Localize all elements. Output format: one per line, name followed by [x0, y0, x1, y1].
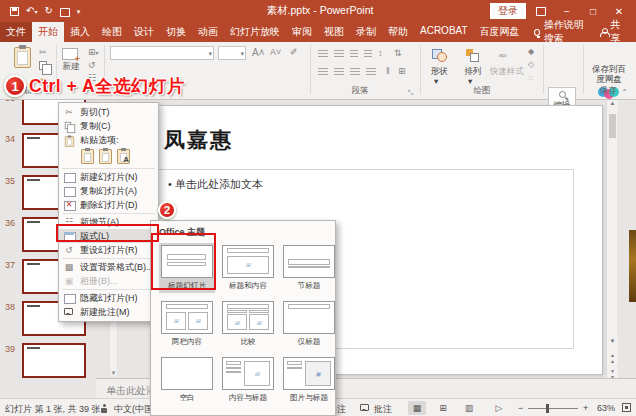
- maximize-button[interactable]: □: [582, 6, 604, 17]
- layout-blank[interactable]: 空白: [159, 355, 215, 405]
- ribbon-display-options-icon[interactable]: [530, 6, 552, 17]
- comments-toggle[interactable]: 批注: [374, 403, 392, 416]
- tab-design[interactable]: 设计: [128, 22, 160, 42]
- shape-effects-icon[interactable]: ◌: [528, 74, 533, 82]
- signin-button[interactable]: 登录: [490, 3, 526, 19]
- collapse-ribbon-icon[interactable]: ⌃: [621, 88, 628, 97]
- reading-view-icon[interactable]: ▥: [460, 401, 478, 415]
- close-button[interactable]: ✕: [608, 6, 630, 17]
- tab-baidu-netdisk[interactable]: 百度网盘: [474, 22, 526, 42]
- layout-section-header[interactable]: 节标题: [281, 243, 337, 293]
- smartart-icon[interactable]: ⊞: [398, 67, 406, 76]
- paste-text-only-icon[interactable]: A: [117, 149, 130, 164]
- layout-title-only[interactable]: 仅标题: [281, 299, 337, 349]
- touch-mode-icon[interactable]: [60, 8, 70, 17]
- zoom-level[interactable]: 63%: [597, 403, 615, 413]
- font-name-combo[interactable]: ▾: [110, 46, 214, 60]
- paste-keep-source-icon[interactable]: [81, 149, 94, 164]
- copy-icon[interactable]: [39, 61, 47, 70]
- tab-file[interactable]: 文件: [0, 22, 32, 42]
- tab-slideshow[interactable]: 幻灯片放映: [224, 22, 286, 42]
- arrange-label[interactable]: 排列: [458, 66, 488, 78]
- decrease-font-icon[interactable]: A˅: [270, 48, 281, 57]
- share-button[interactable]: 共享: [600, 22, 636, 42]
- zoom-out-icon[interactable]: −: [518, 403, 523, 413]
- save-icon[interactable]: [10, 7, 19, 16]
- reset-slide-icon[interactable]: ↺: [88, 61, 96, 70]
- layout-comparison[interactable]: ⊞⊞ 比较: [220, 299, 276, 349]
- tell-me-search[interactable]: 操作说明搜索: [526, 22, 600, 42]
- shapes-label[interactable]: 形状: [424, 66, 454, 78]
- paragraph-dialog-icon[interactable]: ⤡: [408, 89, 414, 96]
- columns-icon[interactable]: ‖: [386, 67, 390, 76]
- tab-home[interactable]: 开始: [32, 22, 64, 42]
- zoom-slider-thumb[interactable]: [546, 404, 549, 413]
- new-slide-label[interactable]: 新建: [58, 61, 84, 73]
- shape-fill-icon[interactable]: ◆: [528, 48, 534, 56]
- numbering-icon[interactable]: [334, 50, 344, 58]
- slide-layout-icon[interactable]: ⊞▾: [88, 48, 99, 57]
- tab-transitions[interactable]: 切换: [160, 22, 192, 42]
- font-size-combo[interactable]: ▾: [218, 46, 246, 60]
- redo-icon[interactable]: ↻: [44, 6, 52, 16]
- main-scrollbar-thumb[interactable]: [609, 114, 616, 138]
- slide-title[interactable]: 凤嘉惠: [164, 126, 233, 154]
- customize-qat-icon[interactable]: ▾: [77, 8, 81, 15]
- layout-content-caption[interactable]: ⊞ 内容与标题: [220, 355, 276, 405]
- menu-item-reset-slide[interactable]: ↺ 重设幻灯片(R): [59, 243, 158, 257]
- menu-item-duplicate-slide[interactable]: 复制幻灯片(A): [59, 184, 158, 198]
- align-left-icon[interactable]: [318, 68, 328, 76]
- menu-item-hide-slide[interactable]: 隐藏幻灯片(H): [59, 291, 158, 305]
- layout-title-content[interactable]: ⊞ 标题和内容: [220, 243, 276, 293]
- shapes-icon[interactable]: [432, 49, 445, 60]
- tab-review[interactable]: 审阅: [286, 22, 318, 42]
- align-center-icon[interactable]: [334, 68, 344, 76]
- zoom-in-icon[interactable]: +: [583, 403, 588, 413]
- slideshow-icon[interactable]: ▷: [490, 401, 508, 415]
- line-spacing-icon[interactable]: ↕: [378, 49, 383, 58]
- accessibility-icon[interactable]: [100, 404, 108, 413]
- cut-icon[interactable]: ✂: [39, 48, 47, 57]
- layout-picture-caption[interactable]: ▣ 图片与标题: [281, 355, 337, 405]
- slide-sorter-icon[interactable]: ⊞: [434, 401, 452, 415]
- tab-animations[interactable]: 动画: [192, 22, 224, 42]
- zoom-slider-track[interactable]: [528, 408, 578, 409]
- scroll-down-icon[interactable]: ▼: [110, 370, 117, 376]
- align-right-icon[interactable]: [350, 68, 360, 76]
- menu-item-new-comment[interactable]: 新建批注(M): [59, 305, 158, 319]
- menu-item-format-background[interactable]: ▩ 设置背景格式(B)...: [59, 260, 158, 274]
- new-slide-icon[interactable]: [62, 48, 78, 60]
- undo-icon[interactable]: ↶▾: [26, 6, 37, 16]
- scroll-up-icon[interactable]: ▲: [607, 100, 618, 112]
- slide-thumbnail-39[interactable]: [22, 343, 86, 378]
- tab-help[interactable]: 帮助: [382, 22, 414, 42]
- paste-use-theme-icon[interactable]: [99, 149, 112, 164]
- clear-format-icon[interactable]: ✐: [290, 48, 298, 57]
- shape-outline-icon[interactable]: ◇: [528, 61, 534, 69]
- main-scrollbar[interactable]: ▲ ▼ ▲▲ ▼▼: [606, 100, 617, 398]
- decrease-indent-icon[interactable]: [350, 50, 358, 58]
- arrange-icon[interactable]: [466, 49, 478, 60]
- menu-item-cut[interactable]: ✂ 剪切(T): [59, 105, 158, 119]
- tab-insert[interactable]: 插入: [64, 22, 96, 42]
- scroll-down-icon[interactable]: ▼: [607, 338, 618, 350]
- normal-view-icon[interactable]: ▦: [408, 401, 426, 415]
- tab-view[interactable]: 视图: [318, 22, 350, 42]
- save-baidu-label[interactable]: 保存到百度网盘: [588, 64, 630, 84]
- increase-indent-icon[interactable]: [364, 50, 372, 58]
- justify-icon[interactable]: [366, 68, 376, 76]
- minimize-button[interactable]: −: [556, 6, 578, 17]
- layout-two-content[interactable]: ⊞⊞ 两栏内容: [159, 299, 215, 349]
- previous-slide-icon[interactable]: ▲▲: [607, 352, 618, 364]
- menu-item-delete-slide[interactable]: 删除幻灯片(D): [59, 198, 158, 212]
- menu-item-copy[interactable]: 复制(C): [59, 119, 158, 133]
- tab-draw[interactable]: 绘图: [96, 22, 128, 42]
- increase-font-icon[interactable]: A˄: [252, 48, 265, 58]
- tab-acrobat[interactable]: ACROBAT: [414, 22, 474, 42]
- bullets-icon[interactable]: [318, 50, 328, 58]
- menu-item-new-slide[interactable]: 新建幻灯片(N): [59, 170, 158, 184]
- fit-to-window-icon[interactable]: [622, 403, 631, 412]
- text-direction-icon[interactable]: ⇅: [394, 49, 402, 58]
- paste-button-icon[interactable]: [14, 47, 31, 68]
- tab-record[interactable]: 录制: [350, 22, 382, 42]
